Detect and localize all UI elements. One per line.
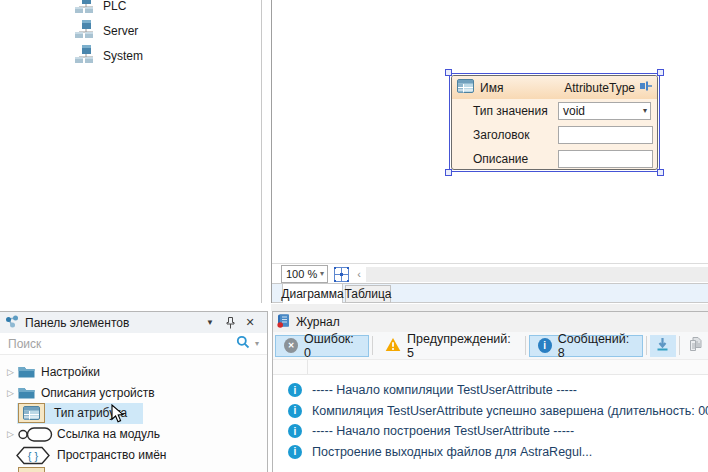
search-icon bbox=[236, 335, 250, 352]
log-row[interactable]: i Компиляция TestUserAttribute успешно з… bbox=[273, 401, 708, 422]
journal-icon bbox=[277, 314, 291, 331]
info-icon: i bbox=[538, 338, 552, 353]
chevron-down-icon[interactable]: ▾ bbox=[255, 339, 259, 348]
import-icon bbox=[655, 337, 670, 355]
panel-splitter[interactable] bbox=[271, 304, 708, 311]
toolbox-item-settings[interactable]: ▷ Настройки bbox=[0, 362, 267, 383]
toolbar-separator bbox=[525, 336, 526, 355]
filter-label: Предупреждений: 5 bbox=[407, 332, 513, 360]
toolbox-header[interactable]: Панель элементов ▼ ✕ bbox=[0, 312, 267, 333]
svg-text:{ }: { } bbox=[28, 450, 39, 462]
journal-panel: Журнал ✕ Ошибок: 0 Предупреждений: 5 i С… bbox=[272, 311, 708, 472]
tab-label: Таблица bbox=[344, 287, 391, 301]
toolbox-search-row: ▾ bbox=[0, 333, 267, 355]
info-icon: i bbox=[288, 383, 302, 397]
clipped-icon bbox=[18, 467, 45, 472]
canvas-statusbar: 100 % ▾ ‹ bbox=[272, 263, 708, 283]
value-type-selected: void bbox=[563, 104, 643, 118]
log-list-header bbox=[273, 360, 708, 375]
copy-log-button[interactable] bbox=[683, 335, 708, 357]
close-icon[interactable]: ✕ bbox=[243, 316, 257, 329]
folder-icon bbox=[18, 365, 35, 381]
tab-table[interactable]: Таблица bbox=[345, 285, 391, 303]
toolbox-item-module-ref[interactable]: ▷ Ссылка на модуль bbox=[0, 424, 267, 445]
selection-handle[interactable] bbox=[445, 169, 452, 176]
toolbox-item-clipped[interactable] bbox=[0, 467, 267, 472]
expander-icon[interactable]: ▷ bbox=[7, 387, 14, 399]
project-tree-panel: PLC Server System bbox=[0, 0, 262, 303]
toolbox-item-label: Описания устройств bbox=[41, 386, 155, 400]
folder-icon bbox=[18, 386, 35, 402]
log-message: ----- Начало построения TestUserAttribut… bbox=[312, 424, 574, 438]
tab-diagram[interactable]: Диаграмма bbox=[282, 284, 343, 303]
toolbox-item-device-descriptions[interactable]: ▷ Описания устройств bbox=[0, 383, 267, 404]
scroll-left-arrow[interactable]: ‹ bbox=[353, 266, 365, 282]
node-name-value: AttributeType bbox=[564, 81, 635, 95]
pin-icon[interactable] bbox=[223, 317, 237, 329]
journal-title: Журнал bbox=[296, 315, 340, 329]
title-input[interactable] bbox=[558, 126, 653, 144]
diagram-tabbar: Диаграмма Таблица bbox=[272, 283, 708, 303]
log-row[interactable]: i ----- Начало построения TestUserAttrib… bbox=[273, 421, 708, 442]
filter-warnings-button[interactable]: Предупреждений: 5 bbox=[376, 335, 522, 357]
log-row[interactable]: i ----- Начало компиляции TestUserAttrib… bbox=[273, 380, 708, 401]
selection-handle[interactable] bbox=[657, 169, 664, 176]
node-row-type: Тип значения void ▾ bbox=[452, 99, 657, 123]
toolbox-item-attribute-type[interactable]: Тип атрибута bbox=[0, 403, 267, 424]
diagram-canvas[interactable]: Имя AttributeType Тип значения void ▾ За… bbox=[271, 0, 708, 303]
toolbox-item-label: Настройки bbox=[41, 365, 100, 379]
expander-icon[interactable]: ▷ bbox=[7, 366, 14, 378]
column-divider bbox=[307, 360, 308, 374]
filter-errors-button[interactable]: ✕ Ошибок: 0 bbox=[275, 335, 369, 357]
node-row-desc: Описание bbox=[452, 147, 657, 170]
expander-icon[interactable]: ▷ bbox=[7, 428, 14, 440]
node-header: Имя AttributeType bbox=[452, 76, 657, 99]
search-input[interactable] bbox=[8, 337, 236, 351]
toolbar-separator bbox=[679, 336, 680, 355]
snap-grid-button[interactable] bbox=[333, 266, 350, 283]
tree-item-plc[interactable]: PLC bbox=[74, 0, 126, 18]
node-title-label: Заголовок bbox=[473, 128, 558, 142]
node-desc-label: Описание bbox=[473, 152, 558, 166]
toolbox-item-label: Ссылка на модуль bbox=[57, 427, 160, 441]
info-icon: i bbox=[288, 424, 302, 438]
log-row[interactable]: i Построение выходных файлов для AstraRe… bbox=[273, 442, 708, 463]
log-list: i ----- Начало компиляции TestUserAttrib… bbox=[273, 375, 708, 462]
chevron-down-icon: ▾ bbox=[320, 270, 324, 278]
chevron-down-icon: ▾ bbox=[643, 107, 647, 115]
log-message: ----- Начало компиляции TestUserAttribut… bbox=[312, 383, 577, 397]
toolbox-item-namespace[interactable]: { } Пространство имён bbox=[0, 445, 267, 466]
log-message: Компиляция TestUserAttribute успешно зав… bbox=[312, 404, 708, 418]
toolbox-icon bbox=[5, 315, 19, 331]
filter-label: Ошибок: 0 bbox=[304, 332, 360, 360]
selection-handle[interactable] bbox=[657, 69, 664, 76]
namespace-icon: { } bbox=[16, 446, 50, 468]
copy-icon bbox=[688, 336, 703, 355]
warning-icon bbox=[385, 337, 401, 355]
filter-messages-button[interactable]: i Сообщений: 8 bbox=[529, 335, 644, 357]
tree-item-server[interactable]: Server bbox=[74, 18, 138, 43]
attribute-type-icon bbox=[18, 403, 45, 423]
window-position-menu-button[interactable]: ▼ bbox=[203, 318, 217, 327]
tree-item-label: System bbox=[103, 49, 143, 63]
toolbox-item-label: Пространство имён bbox=[57, 448, 166, 462]
tree-item-system[interactable]: System bbox=[74, 43, 143, 68]
pin-icon[interactable] bbox=[639, 80, 653, 95]
tab-label: Диаграмма bbox=[281, 287, 343, 301]
tree-item-label: PLC bbox=[103, 0, 126, 13]
horizontal-scrollbar[interactable] bbox=[366, 267, 708, 282]
journal-toolbar: ✕ Ошибок: 0 Предупреждений: 5 i Сообщени… bbox=[273, 332, 708, 360]
info-icon: i bbox=[288, 445, 302, 459]
description-input[interactable] bbox=[558, 150, 653, 168]
network-node-icon bbox=[74, 45, 94, 67]
attribute-type-node[interactable]: Имя AttributeType Тип значения void ▾ За… bbox=[449, 73, 660, 172]
journal-header[interactable]: Журнал bbox=[273, 312, 708, 332]
zoom-select[interactable]: 100 % ▾ bbox=[281, 265, 328, 283]
attribute-type-icon bbox=[457, 79, 474, 96]
filter-label: Сообщений: 8 bbox=[558, 332, 635, 360]
network-node-icon bbox=[74, 20, 94, 42]
value-type-combobox[interactable]: void ▾ bbox=[558, 102, 651, 120]
import-log-button[interactable] bbox=[650, 335, 675, 357]
network-node-icon bbox=[74, 0, 94, 17]
toolbox-tree: ▷ Настройки ▷ Описания устройств bbox=[0, 355, 267, 472]
